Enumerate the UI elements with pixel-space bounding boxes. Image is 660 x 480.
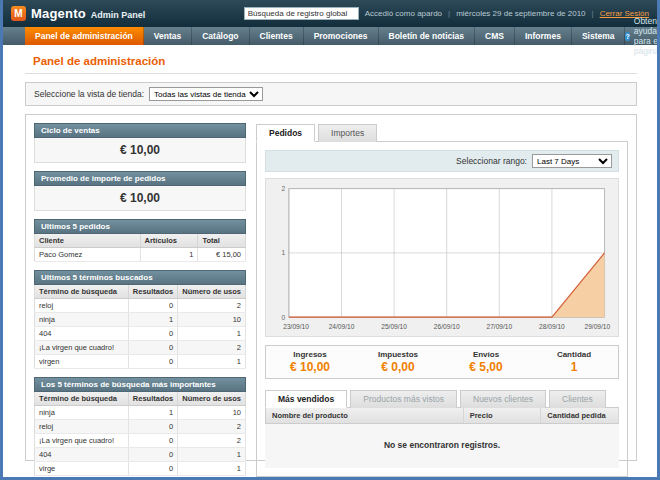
column-header: Precio: [463, 408, 541, 424]
stat-tax: Impuestos € 0,00: [354, 350, 442, 374]
table-cell: 404: [35, 327, 129, 341]
nav-item-promotions[interactable]: Promociones: [304, 27, 379, 45]
x-tick-label: 27/09/10: [486, 323, 512, 330]
table-cell: ¡La virgen que cuadro!: [35, 434, 129, 448]
nav-item-dashboard[interactable]: Panel de administración: [25, 27, 144, 45]
tab-new-customers[interactable]: Nuevos clientes: [460, 390, 546, 408]
table-cell: 1: [128, 313, 177, 327]
range-select[interactable]: Last 7 Days: [532, 154, 612, 168]
stat-shipping: Envíos € 5,00: [442, 350, 530, 374]
stat-label: Impuestos: [354, 350, 442, 359]
store-switcher-bar: Seleccione la vista de tienda: Todas las…: [25, 82, 637, 106]
table-row: virgen01: [35, 355, 246, 369]
table-cell: 10: [178, 406, 246, 420]
nav-item-customers[interactable]: Clientes: [250, 27, 304, 45]
table-cell: 2: [178, 299, 246, 313]
magento-logo-icon: M: [11, 6, 26, 21]
orders-chart: 01223/09/1024/09/1025/09/1026/09/1027/09…: [265, 178, 619, 337]
table-cell: 2: [178, 434, 246, 448]
x-tick-label: 24/09/10: [329, 323, 355, 330]
table-cell: virge: [35, 462, 129, 476]
average-orders-value: € 10,00: [34, 186, 246, 211]
separator: |: [592, 9, 594, 18]
nav-item-catalog[interactable]: Catálogo: [192, 27, 249, 45]
stat-value: 1: [530, 360, 618, 374]
y-tick-label: 1: [281, 249, 285, 256]
widget-header: Ciclo de ventas: [34, 123, 246, 138]
nav-item-newsletter[interactable]: Boletín de noticias: [379, 27, 476, 45]
bestsellers-table: Nombre del productoPrecioCantidad pedida: [265, 408, 619, 424]
column-header: Cliente: [35, 234, 141, 248]
nav-item-system[interactable]: Sistema: [572, 27, 626, 45]
last-search-terms-table: Término de búsquedaResultadosNúmero de u…: [34, 285, 246, 369]
dashboard-container: Ciclo de ventas € 10,00 Promedio de impo…: [25, 114, 637, 461]
stat-label: Ingresos: [266, 350, 354, 359]
stat-value: € 0,00: [354, 360, 442, 374]
table-row: virge01: [35, 462, 246, 476]
logged-in-as: Accedió como apardo: [365, 9, 442, 18]
widget-header: Ultimos 5 términos buscados: [34, 270, 246, 285]
stat-label: Cantidad: [530, 350, 618, 359]
widget-header: Ultimos 5 pedidos: [34, 219, 246, 234]
separator: |: [448, 9, 450, 18]
lifetime-sales-widget: Ciclo de ventas € 10,00: [34, 123, 246, 163]
top-search-terms-widget: Los 5 términos de búsqueda más important…: [34, 377, 246, 476]
get-help-label: Obtener ayuda para esta página: [634, 16, 660, 56]
stat-value: € 10,00: [266, 360, 354, 374]
page-title: Panel de administración: [25, 53, 637, 74]
get-help-link[interactable]: ? Obtener ayuda para esta página: [625, 27, 660, 45]
orders-amounts-tabs: Pedidos Importes: [256, 123, 628, 142]
table-cell: Paco Gomez: [35, 248, 141, 262]
products-tabs: Más vendidos Productos más vistos Nuevos…: [265, 389, 619, 408]
nav-item-reports[interactable]: Informes: [515, 27, 572, 45]
last-search-terms-widget: Ultimos 5 términos buscados Término de b…: [34, 270, 246, 369]
average-orders-widget: Promedio de importe de pedidos € 10,00: [34, 171, 246, 211]
table-row: reloj02: [35, 299, 246, 313]
table-cell: 1: [128, 406, 177, 420]
table-cell: 2: [178, 341, 246, 355]
widget-header: Promedio de importe de pedidos: [34, 171, 246, 186]
table-row: ninja110: [35, 406, 246, 420]
table-row: ¡La virgen que cuadro!02: [35, 341, 246, 355]
tab-bestsellers[interactable]: Más vendidos: [265, 390, 347, 408]
table-cell: reloj: [35, 299, 129, 313]
table-cell: reloj: [35, 420, 129, 434]
table-cell: 0: [128, 327, 177, 341]
global-search-input[interactable]: [244, 7, 359, 20]
table-cell: 1: [178, 355, 246, 369]
orders-panel: Seleccionar rango: Last 7 Days 01223/09/…: [256, 142, 628, 477]
table-cell: 1: [178, 327, 246, 341]
nav-item-cms[interactable]: CMS: [475, 27, 515, 45]
top-search-terms-table: Término de búsquedaResultadosNúmero de u…: [34, 392, 246, 476]
table-cell: € 15,00: [198, 248, 246, 262]
store-switcher-select[interactable]: Todas las vistas de tienda: [149, 87, 263, 101]
table-cell: 404: [35, 448, 129, 462]
totals-bar: Ingresos € 10,00 Impuestos € 0,00 Envíos…: [265, 345, 619, 379]
table-row: reloj02: [35, 420, 246, 434]
x-tick-label: 28/09/10: [539, 323, 565, 330]
nav-item-sales[interactable]: Ventas: [144, 27, 192, 45]
table-cell: 1: [178, 462, 246, 476]
tab-customers[interactable]: Clientes: [549, 390, 606, 408]
tab-amounts[interactable]: Importes: [318, 124, 377, 142]
tab-orders[interactable]: Pedidos: [256, 124, 315, 142]
table-cell: 0: [128, 420, 177, 434]
widget-header: Los 5 términos de búsqueda más important…: [34, 377, 246, 392]
column-header: Número de usos: [178, 285, 246, 299]
table-row: 40401: [35, 327, 246, 341]
help-icon: ?: [625, 32, 629, 41]
column-header: Nombre del producto: [266, 408, 464, 424]
table-row: 40401: [35, 448, 246, 462]
table-cell: 10: [178, 313, 246, 327]
table-cell: 0: [128, 462, 177, 476]
dashboard-right-column: Pedidos Importes Seleccionar rango: Last…: [256, 123, 628, 452]
last-orders-widget: Ultimos 5 pedidos ClienteArtículosTotal …: [34, 219, 246, 262]
stat-quantity: Cantidad 1: [530, 350, 618, 374]
y-tick-label: 2: [281, 185, 285, 192]
current-date: miércoles 29 de septiembre de 2010: [456, 9, 585, 18]
tab-most-viewed[interactable]: Productos más vistos: [350, 390, 457, 408]
column-header: Resultados: [128, 285, 177, 299]
column-header: Término de búsqueda: [35, 285, 129, 299]
table-cell: virgen: [35, 355, 129, 369]
range-selector-bar: Seleccionar rango: Last 7 Days: [265, 150, 619, 172]
